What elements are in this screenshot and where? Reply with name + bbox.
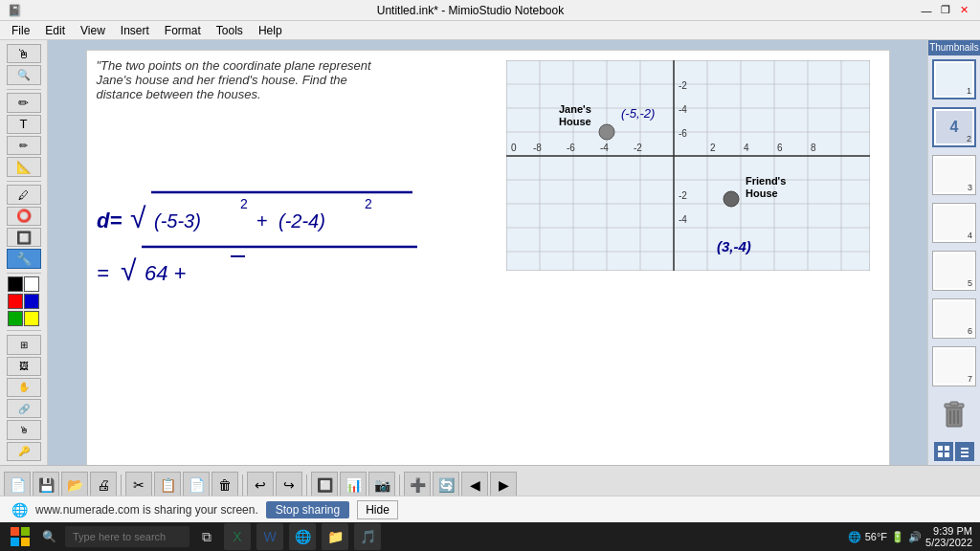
color-red[interactable] xyxy=(8,294,23,309)
btn-add[interactable]: ➕ xyxy=(404,472,431,498)
btn-save[interactable]: 💾 xyxy=(33,472,59,498)
color-palette-row2 xyxy=(8,294,39,309)
tool-text[interactable]: T xyxy=(7,115,41,134)
thumbnail-2[interactable]: 4 2 xyxy=(932,107,976,147)
btn-delete[interactable]: 🗑 xyxy=(212,472,238,498)
search-button[interactable]: 🔍 xyxy=(38,526,59,547)
coordinate-grid-svg: 0 -8 -6 -4 -2 2 4 6 8 -2 -4 -6 -2 -4 xyxy=(506,60,870,271)
btn-chart[interactable]: 📊 xyxy=(340,472,367,498)
color-palette-row3 xyxy=(8,311,39,326)
tool-extra2[interactable]: 🔗 xyxy=(7,399,41,418)
tool-fill[interactable]: 🔧 xyxy=(7,249,41,268)
btn-paste[interactable]: 📄 xyxy=(183,472,210,498)
temperature-display: 56°F xyxy=(865,531,887,542)
coordinate-grid-area: 0 -8 -6 -4 -2 2 4 6 8 -2 -4 -6 -2 -4 xyxy=(506,60,870,271)
taskbar-app-spotify[interactable]: 🎵 xyxy=(354,523,381,550)
main-layout: 🖱 🔍 ✏ T ✏ 📐 🖊 ⭕ 🔲 🔧 ⊞ 🖼 ✋ 🔗 🖱 🔑 xyxy=(0,40,980,465)
tool-extra4[interactable]: 🔑 xyxy=(7,442,41,461)
btn-undo[interactable]: ↩ xyxy=(247,472,274,498)
tool-circle[interactable]: ⭕ xyxy=(7,207,41,226)
tool-extra1[interactable]: ✋ xyxy=(7,378,41,397)
btn-nav-left[interactable]: ◀ xyxy=(461,472,488,498)
thumbnail-6[interactable]: 6 xyxy=(932,298,976,339)
taskbar-app-excel[interactable]: X xyxy=(224,523,251,550)
svg-text:√: √ xyxy=(130,202,146,233)
btn-new[interactable]: 📄 xyxy=(4,472,31,498)
btn-nav-right[interactable]: ▶ xyxy=(490,472,517,498)
svg-text:-2: -2 xyxy=(679,190,687,201)
tool-eraser[interactable]: ✏ xyxy=(7,136,41,155)
taskbar-app-chrome[interactable]: 🌐 xyxy=(289,523,316,550)
svg-text:-2: -2 xyxy=(634,143,642,153)
thumbnail-7[interactable]: 7 xyxy=(932,346,976,386)
tool-ruler[interactable]: 📐 xyxy=(7,157,41,176)
tool-extra3[interactable]: 🖱 xyxy=(7,420,41,439)
svg-rect-64 xyxy=(938,452,943,457)
thumb-number-5: 5 xyxy=(968,278,972,288)
svg-rect-71 xyxy=(11,538,19,546)
tool-pointer[interactable]: 🖱 xyxy=(7,44,41,63)
btn-open[interactable]: 📂 xyxy=(61,472,88,498)
thumbnail-4[interactable]: 4 xyxy=(932,203,976,243)
menu-bar: FileEditViewInsertFormatToolsHelp xyxy=(0,21,980,40)
color-green[interactable] xyxy=(8,311,23,326)
taskbar-app-file-explorer[interactable]: 📁 xyxy=(322,523,348,550)
trash-button[interactable] xyxy=(941,398,968,430)
thumb-number-4: 4 xyxy=(968,231,972,240)
svg-rect-69 xyxy=(11,527,19,536)
menu-item-view[interactable]: View xyxy=(73,21,113,39)
grid-view-btn[interactable] xyxy=(934,442,953,461)
time-display: 9:39 PM xyxy=(925,525,972,537)
trash-area xyxy=(933,390,975,438)
tool-brush[interactable]: 🖊 xyxy=(7,185,41,204)
tool-image[interactable]: 🖼 xyxy=(7,357,41,376)
menu-item-edit[interactable]: Edit xyxy=(37,21,73,39)
btn-redo[interactable]: ↪ xyxy=(276,472,302,498)
battery-icon: 🔋 xyxy=(891,531,904,543)
menu-item-file[interactable]: File xyxy=(4,21,37,39)
search-input[interactable] xyxy=(65,526,189,547)
color-blue[interactable] xyxy=(24,294,39,309)
btn-cut[interactable]: ✂ xyxy=(125,472,152,498)
thumbnail-1[interactable]: 1 xyxy=(932,59,976,99)
color-palette-row1 xyxy=(8,276,39,292)
canvas-area[interactable]: "The two points on the coordinate plane … xyxy=(48,40,927,465)
btn-print[interactable]: 🖨 xyxy=(90,472,117,498)
color-black[interactable] xyxy=(8,276,23,292)
windows-logo-icon xyxy=(11,527,30,546)
stop-sharing-button[interactable]: Stop sharing xyxy=(266,501,349,518)
hide-button[interactable]: Hide xyxy=(357,500,398,519)
menu-item-tools[interactable]: Tools xyxy=(209,21,251,39)
start-button[interactable] xyxy=(8,524,33,549)
taskbar-app-word[interactable]: W xyxy=(256,523,283,550)
list-view-btn[interactable] xyxy=(955,442,974,461)
svg-text:-4: -4 xyxy=(679,104,687,115)
svg-text:8: 8 xyxy=(811,143,816,153)
restore-button[interactable]: ❐ xyxy=(938,3,953,18)
color-yellow[interactable] xyxy=(24,311,39,326)
notification-icon: 🌐 xyxy=(11,502,28,518)
menu-item-format[interactable]: Format xyxy=(157,21,209,39)
svg-text:(-5,-2): (-5,-2) xyxy=(621,106,655,121)
btn-frame[interactable]: 🔲 xyxy=(311,472,338,498)
tool-pen[interactable]: ✏ xyxy=(7,93,41,112)
task-view-button[interactable]: ⧉ xyxy=(195,525,218,548)
thumbnails-title: Thumbnails xyxy=(929,42,979,53)
wifi-icon: 🌐 xyxy=(848,531,861,543)
tool-rectangle[interactable]: 🔲 xyxy=(7,228,41,247)
svg-point-36 xyxy=(724,191,739,207)
btn-rotate[interactable]: 🔄 xyxy=(433,472,459,498)
thumbnail-5[interactable]: 5 xyxy=(932,251,976,291)
thumbnail-3[interactable]: 3 xyxy=(932,155,976,195)
clock-date[interactable]: 9:39 PM 5/23/2022 xyxy=(925,525,972,548)
close-button[interactable]: ✕ xyxy=(957,3,972,18)
notification-text: www.numerade.com is sharing your screen. xyxy=(35,503,258,517)
tool-zoom[interactable]: 🔍 xyxy=(7,65,41,84)
menu-item-help[interactable]: Help xyxy=(251,21,290,39)
tool-grid[interactable]: ⊞ xyxy=(7,335,41,354)
color-white[interactable] xyxy=(24,276,39,292)
menu-item-insert[interactable]: Insert xyxy=(113,21,157,39)
minimize-button[interactable]: — xyxy=(919,3,934,18)
btn-capture[interactable]: 📷 xyxy=(368,472,395,498)
btn-copy[interactable]: 📋 xyxy=(154,472,181,498)
